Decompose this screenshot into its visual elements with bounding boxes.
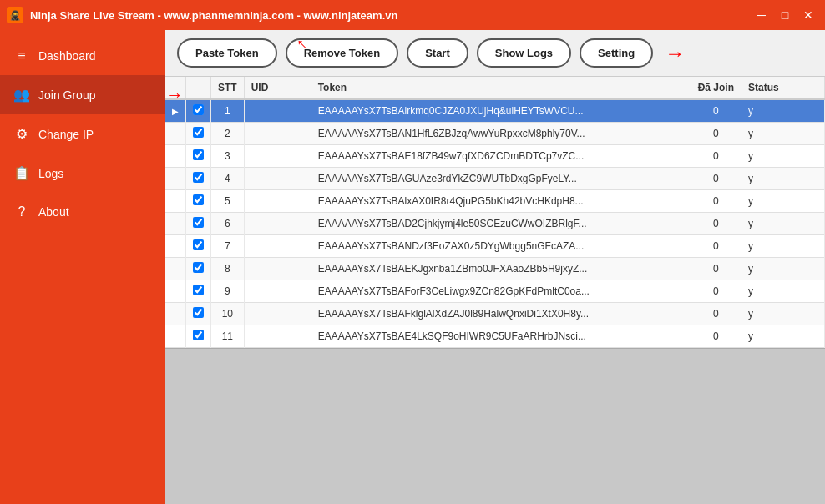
row-checkbox-cell [186,123,211,145]
main-content: ↑ Paste Token Remove Token Start Show Lo… [165,30,825,504]
row-arrow [165,235,186,258]
row-stt: 3 [211,145,245,168]
row-checkbox[interactable] [193,104,204,115]
row-checkbox[interactable] [193,127,204,138]
sidebar-label-logs: Logs [38,167,63,180]
join-group-icon: 👥 [13,87,30,103]
table-row[interactable]: 6EAAAAAYsX7TsBAD2Cjhkjymj4le50SCEzuCWwOI… [165,213,825,235]
row-token: EAAAAAYsX7TsBAEKJgxnba1ZBmo0JFXAaoZBb5H9… [311,258,691,280]
sidebar-label-dashboard: Dashboard [38,49,96,63]
row-checkbox[interactable] [193,239,204,250]
row-checkbox-cell [186,235,211,258]
row-stt: 2 [211,123,245,145]
row-checkbox[interactable] [193,262,204,273]
row-status: y [741,168,825,190]
row-stt: 6 [211,213,245,235]
sidebar-item-change-ip[interactable]: ⚙ Change IP [0,114,165,154]
row-token: EAAAAAYsX7TsBAE4LkSQF9oHIWR9C5UFaARHrbJN… [311,325,691,348]
show-logs-button[interactable]: Show Logs [477,38,571,68]
row-checkbox[interactable] [193,285,204,295]
app-title: Ninja Share Live Stream - www.phanmemnin… [30,9,397,22]
row-uid [244,258,311,280]
empty-area [165,348,825,504]
row-joined: 0 [691,168,741,190]
row-checkbox[interactable] [193,172,204,183]
row-token: EAAAAAYsX7TsBAE18fZB49w7qfXD6ZCDmBDTCp7v… [311,145,691,168]
about-icon: ? [13,204,30,219]
row-arrow [165,145,186,168]
row-token: EAAAAAYsX7TsBAD2Cjhkjymj4le50SCEzuCWwOIZ… [311,213,691,235]
row-stt: 1 [211,99,245,123]
sidebar-item-dashboard[interactable]: ≡ Dashboard [0,37,165,75]
minimize-button[interactable]: ─ [752,5,772,25]
sidebar-item-logs[interactable]: 📋 Logs [0,154,165,193]
table-row[interactable]: 9EAAAAAYsX7TsBAForF3CeLiwgx9ZCn82GpKFdPm… [165,280,825,303]
row-checkbox[interactable] [193,307,204,318]
table-row[interactable]: 11EAAAAAYsX7TsBAE4LkSQF9oHIWR9C5UFaARHrb… [165,325,825,348]
sidebar-label-join-group: Join Group [38,88,95,102]
row-token: EAAAAAYsX7TsBANDzf3EoZAX0z5DYgWbgg5nGFcA… [311,235,691,258]
data-table-wrapper: STT UID Token Đã Join Status ▶1EAAAAAYsX… [165,77,825,504]
col-header-token: Token [311,77,691,99]
row-checkbox[interactable] [193,330,204,340]
start-button[interactable]: Start [407,38,468,68]
table-row[interactable]: 4EAAAAAYsX7TsBAGUAze3rdYkZC9WUTbDxgGpFye… [165,168,825,190]
table-row[interactable]: 5EAAAAAYsX7TsBAlxAX0IR8r4QjuPG5bKh42bVcH… [165,190,825,213]
maximize-button[interactable]: □ [775,5,795,25]
row-token: EAAAAAYsX7TsBAForF3CeLiwgx9ZCn82GpKFdPml… [311,280,691,303]
row-status: y [741,213,825,235]
row-joined: 0 [691,190,741,213]
col-header-stt: STT [211,77,245,99]
col-header-joined: Đã Join [691,77,741,99]
table-row[interactable]: 10EAAAAAYsX7TsBAFklglAlXdZAJ0l89HalwQnxi… [165,303,825,325]
paste-token-button[interactable]: Paste Token [177,38,277,68]
row-arrow [165,280,186,303]
row-checkbox-cell [186,325,211,348]
table-row[interactable]: ▶1EAAAAAYsX7TsBAlrkmq0CJZA0JXUjHq&ulHEYT… [165,99,825,123]
table-row[interactable]: 7EAAAAAYsX7TsBANDzf3EoZAX0z5DYgWbgg5nGFc… [165,235,825,258]
row-arrow [165,190,186,213]
row-checkbox[interactable] [193,149,204,160]
row-status: y [741,190,825,213]
row-stt: 4 [211,168,245,190]
row-checkbox-cell [186,99,211,123]
row-uid [244,213,311,235]
row-joined: 0 [691,235,741,258]
row-status: y [741,99,825,123]
table-row[interactable]: 3EAAAAAYsX7TsBAE18fZB49w7qfXD6ZCDmBDTCp7… [165,145,825,168]
row-stt: 9 [211,280,245,303]
row-token: EAAAAAYsX7TsBAlrkmq0CJZA0JXUjHq&ulHEYTsW… [311,99,691,123]
row-uid [244,280,311,303]
accounts-table: STT UID Token Đã Join Status ▶1EAAAAAYsX… [165,77,825,348]
row-uid [244,123,311,145]
table-row[interactable]: 8EAAAAAYsX7TsBAEKJgxnba1ZBmo0JFXAaoZBb5H… [165,258,825,280]
row-token: EAAAAAYsX7TsBAlxAX0IR8r4QjuPG5bKh42bVcHK… [311,190,691,213]
row-arrow [165,168,186,190]
row-joined: 0 [691,123,741,145]
row-stt: 5 [211,190,245,213]
row-uid [244,99,311,123]
row-checkbox[interactable] [193,194,204,205]
sidebar-item-about[interactable]: ? About [0,193,165,231]
row-checkbox[interactable] [193,217,204,228]
setting-arrow-annotation: → [665,42,685,65]
row-joined: 0 [691,145,741,168]
row-uid [244,168,311,190]
table-row[interactable]: 2EAAAAAYsX7TsBAN1HfL6ZBJzqAwwYuRpxxcM8ph… [165,123,825,145]
row-status: y [741,145,825,168]
toolbar: ↑ Paste Token Remove Token Start Show Lo… [165,30,825,77]
row-joined: 0 [691,325,741,348]
sidebar-item-join-group[interactable]: 👥 Join Group → [0,75,165,114]
row-stt: 11 [211,325,245,348]
row-joined: 0 [691,303,741,325]
setting-button[interactable]: Setting [580,38,653,68]
row-status: y [741,258,825,280]
row-checkbox-cell [186,145,211,168]
row-stt: 7 [211,235,245,258]
close-button[interactable]: ✕ [798,5,818,25]
row-stt: 10 [211,303,245,325]
row-uid [244,145,311,168]
change-ip-icon: ⚙ [13,126,30,142]
row-joined: 0 [691,258,741,280]
row-arrow [165,213,186,235]
